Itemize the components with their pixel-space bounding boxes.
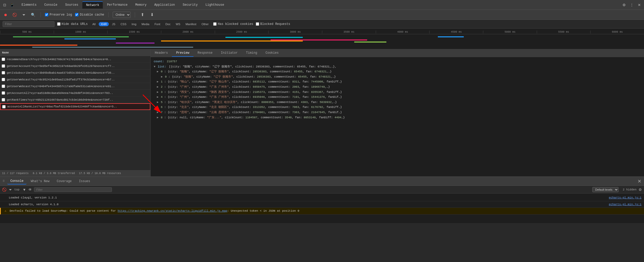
disable-cache-checkbox[interactable] [75,13,78,16]
tab-memory[interactable]: Memory [132,2,150,8]
net-row-0[interactable]: recommendSearch?xyz=755cb4962708c9741701… [0,56,150,63]
row-checkbox-3[interactable] [2,78,5,81]
record-button[interactable]: ⏺ [3,12,8,18]
sourcemap-link[interactable]: https://tracking.newrank.cn/static/echar… [118,209,227,212]
type-manifest[interactable]: Manifest [183,22,198,26]
row-checkbox-0[interactable] [2,58,5,61]
type-js[interactable]: JS [110,22,117,26]
type-ws[interactable]: WS [174,22,183,26]
type-img[interactable]: Img [130,22,138,26]
list-toggle[interactable]: ▼ [154,65,156,68]
tab-performance[interactable]: Performance [103,2,131,8]
net-row-1[interactable]: getUserAccount?xyz=5ed5ef4c95b2197e68aeb… [0,63,150,70]
column-header: Name [0,49,150,56]
console-tab-console[interactable]: Console [7,178,26,184]
item-1-toggle[interactable]: ▶ [157,80,159,83]
waterfall-bar-5 [225,37,303,38]
msg-src-0[interactable]: echarts-gl.min.js:1 [609,196,641,200]
blocked-requests-checkbox[interactable] [256,22,259,26]
disable-cache-label[interactable]: Disable cache [75,13,104,17]
close-devtools-icon[interactable]: ✕ [637,2,642,8]
detail-tab-response[interactable]: Response [193,49,217,57]
type-css[interactable]: CSS [118,22,129,26]
hide-data-urls-label[interactable]: Hide data URLs [57,22,88,26]
row-checkbox-2[interactable] [2,71,5,74]
item-7-toggle[interactable]: ▶ [157,111,159,114]
net-row-3[interactable]: getUserWebcast?xyz=0c95241de95aa2128dfa6… [0,76,150,83]
console-tab-issues[interactable]: Issues [76,178,93,184]
console-messages[interactable]: Loaded claygl, version 1.2.1 echarts-gl.… [0,194,644,223]
type-media[interactable]: Media [139,22,151,26]
clear-button[interactable]: 🚫 [11,12,18,18]
throttle-select[interactable]: Online [113,12,131,18]
blocked-requests-label[interactable]: Blocked Requests [256,22,290,26]
row-name-4: getUserWebcast?xyz=0404fe43445857c17a9df… [7,85,149,88]
item-0-sub-toggle[interactable]: ▶ [161,75,163,78]
console-tab-coverage[interactable]: Coverage [53,178,75,184]
console-gear-button[interactable]: ⚙ [639,188,642,192]
context-dropdown[interactable]: ▼ [23,188,26,192]
timeline[interactable]: 500 ms 1000 ms 1500 ms 2000 ms 2500 ms 3… [0,29,644,49]
console-level-select[interactable]: Default levels [592,187,619,192]
device-icon[interactable]: 📱 [9,2,15,8]
item-0-toggle[interactable]: ▶ [157,70,159,73]
console-close-button[interactable]: ✕ [638,178,641,184]
tab-application[interactable]: Application [151,2,178,8]
separator-2 [108,12,109,17]
type-doc[interactable]: Doc [163,22,173,26]
filter-icon[interactable]: ⏷ [21,12,27,18]
detail-tab-headers[interactable]: Headers [151,49,172,57]
console-tab-whats-new[interactable]: What's New [28,178,52,184]
detail-tab-initiator[interactable]: Initiator [217,49,242,57]
more-icon[interactable]: ⋮ [629,2,635,8]
tab-lighthouse[interactable]: Lighthouse [202,2,228,8]
export-button[interactable]: ⬇ [149,12,155,18]
net-row-5[interactable]: getAccountAll?xyz=aa510d8c8aea5d4eea74a2… [0,90,150,96]
import-button[interactable]: ⬆ [139,12,146,18]
network-list[interactable]: recommendSearch?xyz=755cb4962708c9741701… [0,56,150,170]
tab-sources[interactable]: Sources [62,2,82,8]
tab-console[interactable]: Console [41,2,61,8]
detail-tab-timing[interactable]: Timing [242,49,261,57]
row-checkbox-6[interactable] [2,98,5,101]
net-row-4[interactable]: getUserWebcast?xyz=0404fe43445857c17a9df… [0,83,150,90]
preserve-log-checkbox[interactable] [45,13,48,16]
net-row-7[interactable]: accountAllRankList?xyz=08acfbafd21bde338… [0,103,150,110]
hide-data-urls-checkbox[interactable] [57,22,61,26]
filter-input[interactable] [3,21,55,27]
item-2-toggle[interactable]: ▶ [157,85,159,88]
detail-tab-preview[interactable]: Preview [172,49,193,57]
row-checkbox-4[interactable] [2,85,5,88]
item-8-toggle[interactable]: ▶ [157,116,159,119]
item-5-toggle[interactable]: ▶ [157,101,159,104]
net-row-2[interactable]: getIsSubscribe?xyz=3b95bdbab14aa6373d53c… [0,70,150,76]
type-xhr[interactable]: XHR [99,22,109,26]
msg-src-1[interactable]: echarts-gl.min.js:1 [609,202,641,207]
settings-icon[interactable]: ⚙ [621,2,627,8]
item-3-toggle[interactable]: ▶ [157,91,159,94]
has-blocked-cookies-checkbox[interactable] [213,22,217,26]
console-filter-toggle[interactable]: ⏷ [9,188,12,192]
item-4-toggle[interactable]: ▶ [157,95,159,99]
tab-elements[interactable]: Elements [18,2,40,8]
search-button[interactable]: 🔍 [30,12,36,18]
eye-button[interactable]: 👁 [28,188,32,192]
type-other[interactable]: Other [199,22,211,26]
console-filter-input[interactable] [34,187,112,192]
preview-content[interactable]: count: 218757 ▼ list: [{city: "抚顺", city… [151,57,644,176]
tab-network[interactable]: Network [82,1,103,9]
row-checkbox-7[interactable] [2,105,6,108]
row-checkbox-1[interactable] [2,64,5,68]
type-all[interactable]: All [90,22,98,26]
waterfall-bar-4 [116,43,155,44]
preserve-log-label[interactable]: Preserve log [45,13,72,17]
type-font[interactable]: Font [152,22,162,26]
inspect-icon[interactable]: ⊡ [2,2,7,8]
has-blocked-cookies-label[interactable]: Has blocked cookies [213,22,253,26]
console-clear-button[interactable]: 🚫 [2,188,6,192]
tab-security[interactable]: Security [179,2,202,8]
net-row-6[interactable]: getRankTimes?xyz=49b211261667da4cd017cb3… [0,96,150,103]
detail-tab-cookies[interactable]: Cookies [261,49,283,57]
row-checkbox-5[interactable] [2,91,5,95]
item-6-toggle[interactable]: ▶ [157,106,159,109]
